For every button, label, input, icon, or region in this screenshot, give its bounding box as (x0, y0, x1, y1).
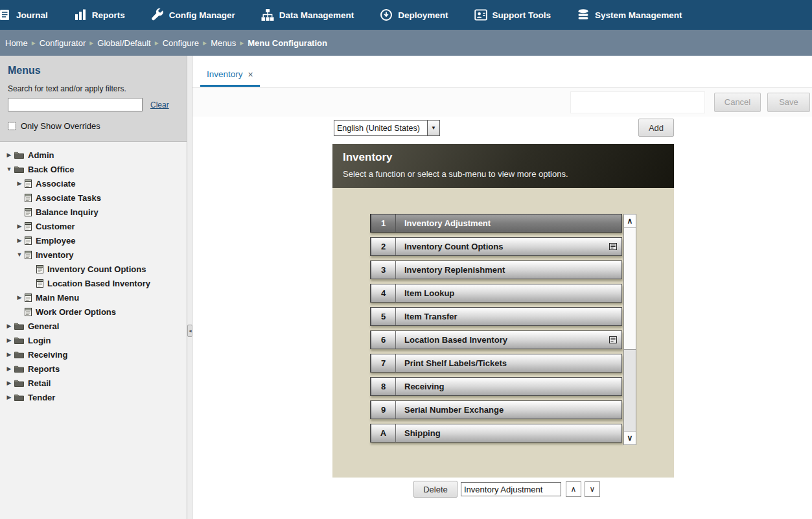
nav-item-system-management[interactable]: System Management (577, 8, 682, 21)
tree-item-admin[interactable]: ▶ Admin (0, 148, 187, 162)
tree-item-back-office[interactable]: ▼ Back Office (0, 162, 187, 176)
chevron-right-icon[interactable]: ▶ (4, 337, 14, 343)
search-input[interactable] (8, 98, 143, 111)
breadcrumb-menus[interactable]: Menus (207, 38, 240, 48)
menu-item-number: 4 (371, 284, 396, 302)
tree-item-main-menu[interactable]: ▶ Main Menu (0, 290, 187, 305)
tree-item-reports[interactable]: ▶ Reports (0, 362, 187, 376)
document-icon (25, 208, 32, 216)
menu-item-location-based-inventory[interactable]: 6 Location Based Inventory (370, 330, 622, 349)
nav-item-support-tools[interactable]: Support Tools (474, 8, 551, 21)
tree-item-label: Main Menu (36, 293, 79, 303)
chevron-right-icon[interactable]: ▶ (14, 294, 25, 301)
main-area: Inventory × Cancel Save English (United … (192, 56, 812, 519)
tree-item-label: Work Order Options (36, 307, 116, 317)
menu-item-serial-number-exchange[interactable]: 9 Serial Number Exchange (370, 400, 622, 419)
chevron-right-icon[interactable]: ▶ (4, 380, 14, 386)
chevron-right-icon[interactable]: ▶ (4, 351, 14, 358)
tree-item-label: Inventory Count Options (47, 264, 146, 274)
scroll-up-icon[interactable]: ∧ (624, 214, 636, 228)
tree-item-tender[interactable]: ▶ Tender (0, 390, 187, 404)
move-up-button[interactable]: ∧ (566, 481, 581, 497)
scrollbar-thumb[interactable] (624, 228, 636, 350)
tree-item-balance-inquiry[interactable]: Balance Inquiry (0, 205, 187, 219)
breadcrumb-home[interactable]: Home (1, 38, 32, 48)
document-icon (25, 179, 32, 188)
nav-item-journal[interactable]: Journal (0, 8, 48, 21)
chevron-right-icon[interactable]: ▶ (14, 237, 25, 244)
menu-item-item-transfer[interactable]: 5 Item Transfer (370, 307, 622, 326)
tree-item-general[interactable]: ▶ General (0, 319, 187, 333)
breadcrumb: Home ▸ Configurator ▸ Global/Default ▸ C… (0, 30, 812, 56)
chevron-down-icon[interactable]: ▼ (4, 166, 14, 172)
database-icon (577, 8, 590, 21)
scrollbar-track[interactable] (624, 228, 636, 431)
chevron-right-icon[interactable]: ▶ (4, 152, 14, 158)
nav-label: Journal (16, 10, 48, 20)
sidebar-splitter[interactable]: ◄ (187, 56, 192, 519)
nav-item-deployment[interactable]: Deployment (380, 8, 448, 21)
folder-icon (14, 336, 24, 344)
tree-item-employee[interactable]: ▶ Employee (0, 233, 187, 248)
menu-item-number: A (371, 424, 396, 442)
tree-item-label: Customer (36, 222, 75, 231)
breadcrumb-global-default[interactable]: Global/Default (93, 38, 154, 48)
menu-item-print-shelf-labels[interactable]: 7 Print Shelf Labels/Tickets (370, 354, 622, 373)
only-show-overrides-checkbox[interactable] (8, 122, 16, 130)
tree-item-receiving[interactable]: ▶ Receiving (0, 347, 187, 362)
delete-button[interactable]: Delete (413, 481, 458, 498)
selected-item-input[interactable] (461, 482, 561, 496)
tab-close-icon[interactable]: × (248, 70, 253, 79)
tree-item-work-order-options[interactable]: Work Order Options (0, 305, 187, 319)
menu-item-inventory-adjustment[interactable]: 1 Inventory Adjustment (370, 214, 622, 233)
tree-item-associate-tasks[interactable]: Associate Tasks (0, 190, 187, 205)
chevron-right-icon[interactable]: ▶ (14, 180, 25, 187)
chevron-right-icon[interactable]: ▶ (4, 323, 14, 329)
move-down-button[interactable]: ∨ (585, 481, 600, 497)
add-button[interactable]: Add (638, 119, 674, 137)
chevron-right-icon[interactable]: ▶ (14, 223, 25, 229)
nav-item-data-management[interactable]: Data Management (261, 8, 354, 21)
nav-item-reports[interactable]: Reports (74, 9, 125, 21)
language-select[interactable]: English (United States) ▼ (334, 120, 440, 136)
menu-item-number: 7 (371, 354, 396, 372)
tree-item-retail[interactable]: ▶ Retail (0, 376, 187, 390)
menu-item-receiving[interactable]: 8 Receiving (370, 377, 622, 396)
sidebar-title: Menus (8, 65, 179, 76)
menu-item-number: 1 (371, 214, 396, 232)
preview-scrollbar[interactable]: ∧ ∨ (623, 214, 636, 445)
breadcrumb-configurator[interactable]: Configurator (36, 38, 90, 48)
nav-label: Support Tools (493, 10, 551, 20)
collapse-sidebar-icon[interactable]: ◄ (187, 325, 192, 337)
nav-item-config-manager[interactable]: Config Manager (151, 8, 235, 21)
tree-item-inventory-count-options[interactable]: Inventory Count Options (0, 262, 187, 276)
tree-item-login[interactable]: ▶ Login (0, 333, 187, 347)
chevron-right-icon[interactable]: ▶ (4, 394, 14, 400)
menu-item-label: Location Based Inventory (396, 331, 609, 349)
tree-item-inventory[interactable]: ▼ Inventory (0, 248, 187, 262)
menu-tree: ▶ Admin ▼ Back Office ▶ Associate Associ… (0, 142, 187, 519)
scroll-down-icon[interactable]: ∨ (624, 431, 636, 444)
document-icon (25, 194, 32, 202)
chevron-down-icon[interactable]: ▼ (14, 251, 25, 258)
menu-item-inventory-replenishment[interactable]: 3 Inventory Replenishment (370, 260, 622, 279)
save-button[interactable]: Save (767, 93, 810, 112)
menus-sidebar: Menus Search for text and/or apply filte… (0, 56, 187, 519)
tree-item-associate[interactable]: ▶ Associate (0, 176, 187, 190)
menu-item-item-lookup[interactable]: 4 Item Lookup (370, 284, 622, 303)
menu-item-shipping[interactable]: A Shipping (370, 424, 622, 443)
select-dropdown-arrow-icon[interactable]: ▼ (427, 121, 439, 135)
clear-link[interactable]: Clear (150, 100, 169, 110)
breadcrumb-configure[interactable]: Configure (159, 38, 203, 48)
menu-item-number: 8 (371, 378, 396, 395)
menu-item-inventory-count-options[interactable]: 2 Inventory Count Options (370, 237, 622, 256)
status-area (570, 91, 705, 113)
tree-item-label: Associate Tasks (36, 193, 101, 203)
cancel-button[interactable]: Cancel (714, 93, 761, 112)
tree-item-label: Location Based Inventory (47, 279, 150, 288)
tab-inventory[interactable]: Inventory × (200, 63, 260, 87)
tree-item-location-based-inventory[interactable]: Location Based Inventory (0, 276, 187, 290)
tree-item-customer[interactable]: ▶ Customer (0, 219, 187, 233)
tab-strip: Inventory × (192, 56, 812, 87)
chevron-right-icon[interactable]: ▶ (4, 365, 14, 372)
